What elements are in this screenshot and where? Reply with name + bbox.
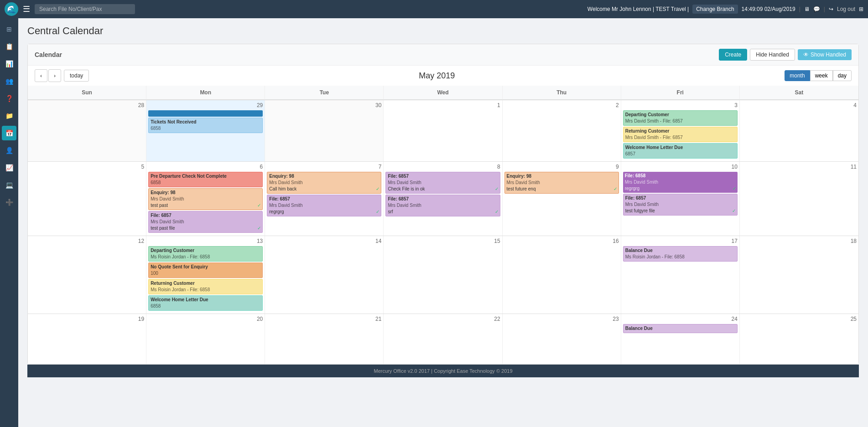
event-may9-1[interactable]: Enquiry: 98 Mrs David Smith test future … (504, 172, 619, 194)
cell-may19: 19 (28, 314, 146, 364)
day-header-thu: Thu (503, 86, 621, 100)
calendar-header: Calendar Create Hide Handled 👁 Show Hand… (28, 44, 858, 66)
sidebar-item-analytics[interactable]: 📈 (2, 160, 16, 175)
nav-separator2: | (824, 6, 825, 12)
show-handled-label: Show Handled (811, 51, 846, 58)
show-handled-button[interactable]: 👁 Show Handled (798, 49, 852, 60)
main-content: Central Calendar Calendar Create Hide Ha… (18, 18, 868, 427)
day-header-sat: Sat (740, 86, 858, 100)
nav-controls: ‹ › today (35, 69, 89, 82)
cell-may21: 21 (265, 314, 384, 364)
cell-may1: 1 (384, 100, 502, 161)
cell-may3: 3 Departing Customer Mrs David Smith - F… (621, 100, 740, 161)
cell-may10: 10 File: 6858 Mrs David Smith regrgrg ✓ … (621, 162, 740, 236)
notification-icon[interactable]: 🖥 (804, 6, 810, 12)
event-may13-3[interactable]: Returning Customer Ms Roisin Jordan - Fi… (148, 279, 263, 294)
event-apr29-2[interactable]: Tickets Not Received 6858 (148, 118, 263, 133)
cell-may6: 6 Pre Departure Check Not Complete 6858 … (146, 162, 265, 236)
days-header: Sun Mon Tue Wed Thu Fri Sat (28, 86, 858, 100)
sidebar-item-clients[interactable]: 👥 (2, 74, 16, 88)
page-title: Central Calendar (27, 25, 859, 37)
logout-link[interactable]: Log out (837, 6, 855, 12)
logout-icon[interactable]: ↪ (829, 6, 833, 12)
cell-may7: 7 Enquiry: 98 Mrs David Smith Call him b… (265, 162, 384, 236)
chat-icon[interactable]: 💬 (813, 6, 820, 12)
event-may13-2[interactable]: No Quote Sent for Enquiry 100 (148, 262, 263, 278)
change-branch-btn[interactable]: Change Branch (692, 5, 738, 14)
sidebar-item-home[interactable]: ⊞ (2, 22, 16, 36)
cell-may17: 17 Balance Due Ms Roisin Jordan - File: … (621, 236, 740, 314)
calendar-grid: Sun Mon Tue Wed Thu Fri Sat 28 29 Ticke (28, 86, 858, 364)
week-4: 19 20 21 22 23 24 Balance Due 25 (28, 314, 858, 364)
search-container (35, 4, 135, 14)
cell-may22: 22 (384, 314, 502, 364)
calendar-header-title: Calendar (35, 51, 62, 58)
top-nav: 🌊 ☰ Welcome Mr John Lennon | TEST Travel… (0, 0, 868, 18)
event-may7-2[interactable]: File: 6857 Mrs David Smith regrgrg ✓ (267, 195, 381, 216)
welcome-text: Welcome Mr John Lennon | TEST Travel | (587, 6, 689, 12)
sidebar-item-docs[interactable]: 📁 (2, 108, 16, 123)
prev-button[interactable]: ‹ (35, 69, 47, 82)
cell-may11: 11 (740, 162, 858, 236)
event-may3-2[interactable]: Returning Customer Mrs David Smith - Fil… (623, 127, 738, 142)
cell-may8: 8 File: 6857 Mrs David Smith Check File … (384, 162, 502, 236)
sidebar-item-help[interactable]: ❓ (2, 91, 16, 106)
next-button[interactable]: › (48, 69, 61, 82)
event-may24-1[interactable]: Balance Due (623, 324, 738, 333)
view-month-btn[interactable]: month (785, 70, 810, 81)
search-input[interactable] (35, 4, 135, 14)
event-may6-2[interactable]: Enquiry: 98 Mrs David Smith test past ✓ (148, 188, 263, 210)
event-may8-1[interactable]: File: 6857 Mrs David Smith Check File is… (385, 172, 500, 194)
event-apr29-1[interactable] (148, 110, 263, 117)
event-may17-1[interactable]: Balance Due Ms Roisin Jordan - File: 685… (623, 246, 738, 262)
main-layout: ⊞ 📋 📊 👥 ❓ 📁 📅 👤 📈 💻 ➕ Central Calendar C… (0, 18, 868, 427)
event-may6-3[interactable]: File: 6857 Mrs David Smith test past fil… (148, 211, 263, 233)
calendar-container: Calendar Create Hide Handled 👁 Show Hand… (27, 44, 859, 365)
today-button[interactable]: today (64, 70, 89, 82)
cell-may9: 9 Enquiry: 98 Mrs David Smith test futur… (503, 162, 621, 236)
week-2: 5 6 Pre Departure Check Not Complete 685… (28, 161, 858, 236)
cell-may13: 13 Departing Customer Ms Roisin Jordan -… (146, 236, 265, 314)
event-may6-1[interactable]: Pre Departure Check Not Complete 6858 (148, 172, 263, 187)
cell-may23: 23 (503, 314, 621, 364)
day-header-wed: Wed (384, 86, 502, 100)
event-may10-1[interactable]: File: 6858 Mrs David Smith regrgrg ✓ (623, 172, 738, 193)
event-may7-1[interactable]: Enquiry: 98 Mrs David Smith Call him bac… (267, 172, 381, 194)
cell-may15: 15 (384, 236, 502, 314)
sidebar-item-system[interactable]: 💻 (2, 178, 16, 192)
datetime-display: 14:49:09 02/Aug/2019 (742, 6, 795, 12)
cell-may20: 20 (146, 314, 265, 364)
cell-may14: 14 (265, 236, 384, 314)
week-3: 12 13 Departing Customer Ms Roisin Jorda… (28, 236, 858, 314)
cell-may12: 12 (28, 236, 146, 314)
view-week-btn[interactable]: week (810, 70, 833, 81)
footer: Mercury Office v2.0 2017 | Copyright Eas… (27, 365, 859, 377)
create-button[interactable]: Create (719, 49, 747, 61)
event-may3-3[interactable]: Welcome Home Letter Due 6857 (623, 143, 738, 159)
cell-apr30: 30 (265, 100, 384, 161)
hide-handled-button[interactable]: Hide Handled (750, 49, 795, 61)
event-may13-4[interactable]: Welcome Home Letter Due 6858 (148, 295, 263, 311)
menu-icon[interactable]: ☰ (23, 4, 30, 14)
cell-may5: 5 (28, 162, 146, 236)
day-header-tue: Tue (265, 86, 384, 100)
cell-may2: 2 (503, 100, 621, 161)
day-header-sun: Sun (28, 86, 146, 100)
sidebar-item-add[interactable]: ➕ (2, 195, 16, 210)
day-header-fri: Fri (621, 86, 740, 100)
day-header-mon: Mon (146, 86, 265, 100)
event-may3-1[interactable]: Departing Customer Mrs David Smith - Fil… (623, 110, 738, 126)
nav-separator: | (799, 6, 800, 12)
calendar-header-controls: Create Hide Handled 👁 Show Handled (719, 49, 852, 61)
apps-icon[interactable]: ⊞ (859, 6, 863, 12)
event-may8-2[interactable]: File: 6857 Mrs David Smith srf ✓ (385, 195, 500, 216)
prev-next-buttons: ‹ › (35, 69, 61, 82)
sidebar-item-calendar[interactable]: 📅 (2, 126, 16, 140)
sidebar-item-files[interactable]: 📋 (2, 39, 16, 54)
sidebar-item-contacts[interactable]: 👤 (2, 143, 16, 158)
event-may10-2[interactable]: File: 6857 Mrs David Smith test futgyre … (623, 194, 738, 216)
sidebar-item-reports[interactable]: 📊 (2, 57, 16, 71)
event-may13-1[interactable]: Departing Customer Ms Roisin Jordan - Fi… (148, 246, 263, 262)
view-day-btn[interactable]: day (833, 70, 852, 81)
cell-may16: 16 (503, 236, 621, 314)
